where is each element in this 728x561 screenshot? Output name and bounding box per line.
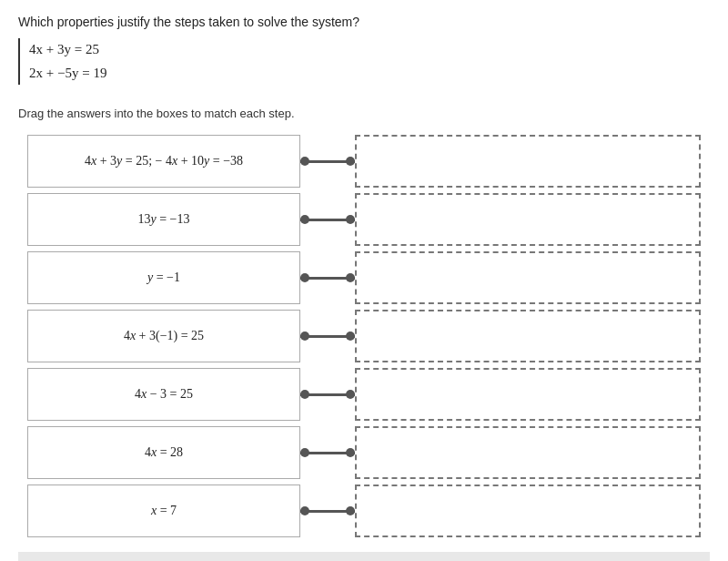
dot-left-6 (300, 448, 309, 457)
connector-6 (300, 426, 355, 479)
connector-line-1 (300, 160, 355, 163)
connector-7 (300, 484, 355, 537)
dot-left-3 (300, 273, 309, 282)
dot-right-5 (346, 390, 355, 399)
step-label-6: 4x = 28 (145, 445, 183, 460)
drop-zone-2[interactable] (355, 193, 701, 246)
step-box-7: x = 7 (27, 484, 300, 537)
drop-zone-7[interactable] (355, 484, 701, 537)
connector-line-4 (300, 335, 355, 338)
step-label-2: 13y = −13 (137, 212, 189, 227)
connector-line-5 (300, 393, 355, 396)
equation-line2: 2x + −5y = 19 (29, 66, 106, 80)
dot-right-4 (346, 332, 355, 341)
step-box-1: 4x + 3y = 25; − 4x + 10y = −38 (27, 135, 300, 188)
dot-right-3 (346, 273, 355, 282)
main-area: 4x + 3y = 25; − 4x + 10y = −38 13y = −13… (27, 135, 701, 537)
drop-zone-6[interactable] (355, 426, 701, 479)
drop-column (355, 135, 701, 537)
drop-zone-1[interactable] (355, 135, 701, 188)
step-box-2: 13y = −13 (27, 193, 300, 246)
connector-3 (300, 251, 355, 304)
answers-area: Addition property of equality Subtractio… (18, 552, 710, 561)
step-label-5: 4x − 3 = 25 (135, 387, 193, 402)
step-box-4: 4x + 3(−1) = 25 (27, 310, 300, 362)
connector-line-3 (300, 277, 355, 280)
step-label-1: 4x + 3y = 25; − 4x + 10y = −38 (85, 154, 243, 168)
steps-column: 4x + 3y = 25; − 4x + 10y = −38 13y = −13… (27, 135, 300, 537)
dot-left-7 (300, 506, 309, 515)
drag-instruction: Drag the answers into the boxes to match… (18, 107, 710, 120)
step-box-3: y = −1 (27, 251, 300, 304)
dot-left-1 (300, 157, 309, 166)
dot-right-6 (346, 448, 355, 457)
drop-zone-4[interactable] (355, 310, 701, 362)
question-text: Which properties justify the steps taken… (18, 15, 710, 29)
connector-line-2 (300, 219, 355, 221)
dot-right-2 (346, 215, 355, 224)
step-label-7: x = 7 (151, 504, 177, 518)
dot-left-4 (300, 332, 309, 341)
equation-line1: 4x + 3y = 25 (29, 42, 99, 56)
dot-right-7 (346, 506, 355, 515)
dot-left-2 (300, 215, 309, 224)
dot-right-1 (346, 157, 355, 166)
connector-2 (300, 193, 355, 246)
connector-line-7 (300, 510, 355, 513)
connector-1 (300, 135, 355, 188)
connector-line-6 (300, 452, 355, 454)
step-box-5: 4x − 3 = 25 (27, 368, 300, 421)
system-equations: 4x + 3y = 25 2x + −5y = 19 (18, 38, 106, 85)
connector-5 (300, 368, 355, 421)
step-label-3: y = −1 (147, 270, 180, 285)
connector-4 (300, 310, 355, 362)
step-box-6: 4x = 28 (27, 426, 300, 479)
dot-left-5 (300, 390, 309, 399)
drop-zone-3[interactable] (355, 251, 701, 304)
connector-column (300, 135, 355, 537)
step-label-4: 4x + 3(−1) = 25 (124, 329, 204, 343)
drop-zone-5[interactable] (355, 368, 701, 421)
